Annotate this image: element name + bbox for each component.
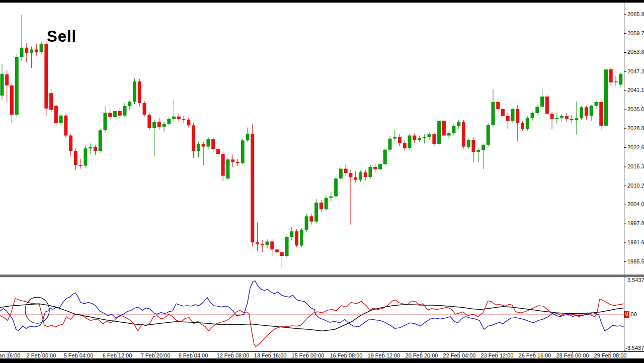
time-axis-label: 16 Feb 08:00 <box>330 352 363 358</box>
indicator-zero-badge: 0.00 <box>624 311 637 318</box>
zero-marker-text: .00 <box>629 311 637 317</box>
time-axis-label: 12 Feb 08:00 <box>217 352 250 358</box>
time-axis-label: 29 Feb 08:00 <box>594 352 627 358</box>
bottom-window-bar <box>0 358 644 363</box>
price-axis-label: 2041.175 <box>627 87 644 93</box>
time-axis-label: 20 Feb 20:00 <box>406 352 438 358</box>
time-axis-label: 13 Feb 16:00 <box>254 352 287 358</box>
price-chart-panel[interactable] <box>0 3 624 275</box>
price-axis-label: 1985.505 <box>627 258 644 264</box>
price-axis-label: 2010.205 <box>627 183 644 189</box>
trading-chart-screen: Sell 2065.9702059.7952053.6202047.350204… <box>0 0 644 363</box>
indicator-scale-min: -3.5437 <box>625 345 644 351</box>
time-axis-label: 23 Feb 12:00 <box>481 352 514 358</box>
price-axis-label: 2028.825 <box>627 125 644 131</box>
time-axis-label: 22 Feb 04:00 <box>443 352 476 358</box>
price-axis-label: 2059.795 <box>627 30 644 36</box>
time-axis-label: 26 Feb 16:00 <box>519 352 551 358</box>
price-axis-label: 2035.000 <box>627 106 644 112</box>
price-axis-label: 2022.650 <box>627 144 644 150</box>
price-axis-label: 2004.030 <box>627 201 644 207</box>
time-axis-label: 5 Feb 04:00 <box>64 352 94 358</box>
price-axis-label: 2053.620 <box>627 49 644 55</box>
time-axis-label: 7 Feb 20:00 <box>141 352 171 358</box>
time-axis-label: 15 Feb 00:00 <box>292 352 325 358</box>
price-axis-label: 2047.350 <box>627 68 644 74</box>
indicator-scale-max: 3.5437 <box>627 277 644 283</box>
price-axis-label: 2065.970 <box>627 11 644 17</box>
time-axis-label: 9 Feb 04:00 <box>179 352 208 358</box>
zero-marker-box: 0 <box>624 311 629 318</box>
time-axis-label: 6 Feb 12:00 <box>103 352 132 358</box>
indicator-panel[interactable] <box>0 278 624 351</box>
price-axis-label: 2016.380 <box>627 163 644 169</box>
time-axis-label: 2 Feb 00:00 <box>27 352 56 358</box>
price-axis-label: 1997.855 <box>627 220 644 226</box>
time-axis-label: an 16:00 <box>0 352 20 358</box>
price-axis-label: 1991.680 <box>627 239 644 245</box>
time-axis-label: 19 Feb 12:00 <box>368 352 400 358</box>
time-axis-label: 28 Feb 00:00 <box>556 352 589 358</box>
